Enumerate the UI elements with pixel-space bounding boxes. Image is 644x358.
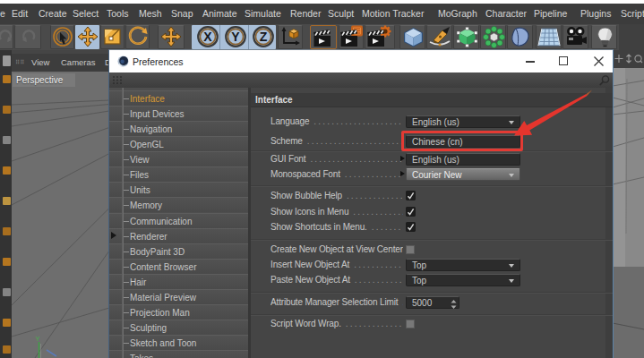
svg-text:Y: Y: [36, 335, 40, 343]
svg-text:X: X: [203, 30, 212, 44]
svg-text:Y: Y: [231, 30, 240, 44]
svg-text:Z: Z: [260, 30, 268, 44]
